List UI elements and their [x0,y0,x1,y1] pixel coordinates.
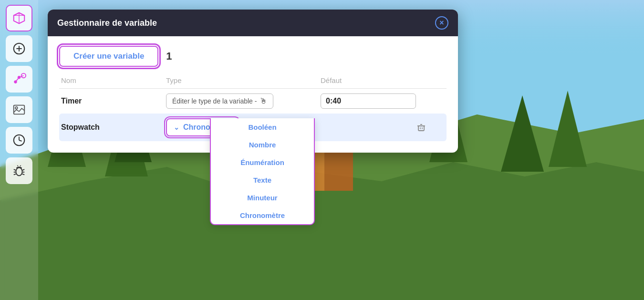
sidebar-item-image[interactable] [6,96,32,123]
step-1-number: 1 [166,50,172,62]
svg-line-29 [19,140,22,141]
var-name-stopwatch: Stopwatch [61,123,166,132]
col-header-type: Type [166,76,321,84]
svg-line-34 [22,169,25,170]
type-editor-label: Éditer le type de la variable - [172,97,257,105]
path-icon [12,72,26,86]
col-header-name: Nom [61,76,166,84]
type-editor-button[interactable]: Éditer le type de la variable - 🖱 [166,93,273,109]
table-row-timer: Timer Éditer le type de la variable - 🖱 … [59,89,447,114]
sidebar-item-add[interactable] [6,35,32,62]
plus-circle-icon [12,41,26,56]
col-header-actions [416,76,445,84]
sidebar-item-clock[interactable] [6,127,32,154]
type-dropdown-menu: Booléen Nombre Énumération Texte Minuteu… [210,118,315,225]
chevron-down-icon: ⌄ [174,124,179,131]
delete-stopwatch-button[interactable] [416,122,445,133]
table-header: Nom Type Défaut [59,76,447,89]
var-name-timer: Timer [61,97,166,105]
image-icon [12,103,26,117]
dropdown-item-number[interactable]: Nombre [211,136,314,154]
svg-line-17 [19,13,24,16]
svg-line-18 [14,13,19,16]
modal-header: Gestionnaire de variable × [48,10,458,36]
type-editor-container: Éditer le type de la variable - 🖱 [166,93,321,109]
svg-line-31 [14,169,16,170]
col-header-default: Défaut [321,76,416,84]
svg-line-37 [17,166,18,166]
dropdown-item-enumeration[interactable]: Énumération [211,154,314,171]
dropdown-item-timer[interactable]: Minuteur [211,189,314,207]
bug-icon [12,164,26,178]
dropdown-item-text[interactable]: Texte [211,171,314,189]
trash-icon [416,122,426,133]
svg-line-38 [20,166,21,166]
svg-rect-39 [418,126,424,131]
cursor-icon: 🖱 [260,97,267,105]
variable-manager-modal: Gestionnaire de variable × Créer une var… [48,10,458,153]
create-variable-row: Créer une variable 1 [59,46,447,67]
svg-point-26 [15,107,18,109]
modal-title: Gestionnaire de variable [57,18,157,28]
dropdown-item-boolean[interactable]: Booléen [211,118,314,136]
clock-icon [12,133,26,147]
default-value-timer[interactable]: 0:40 [321,93,416,109]
svg-point-30 [16,167,22,176]
dropdown-item-chronometre[interactable]: Chronomètre [211,207,314,224]
sidebar-item-path[interactable] [6,66,32,93]
create-variable-button[interactable]: Créer une variable [59,46,158,67]
svg-line-33 [14,174,16,175]
sidebar [0,0,38,300]
svg-line-36 [22,174,25,175]
modal-overlay: Gestionnaire de variable × Créer une var… [38,0,644,300]
sidebar-item-debug[interactable] [6,157,32,184]
modal-close-button[interactable]: × [435,16,448,30]
sidebar-item-cube[interactable] [6,5,32,31]
cube-icon [12,11,26,25]
